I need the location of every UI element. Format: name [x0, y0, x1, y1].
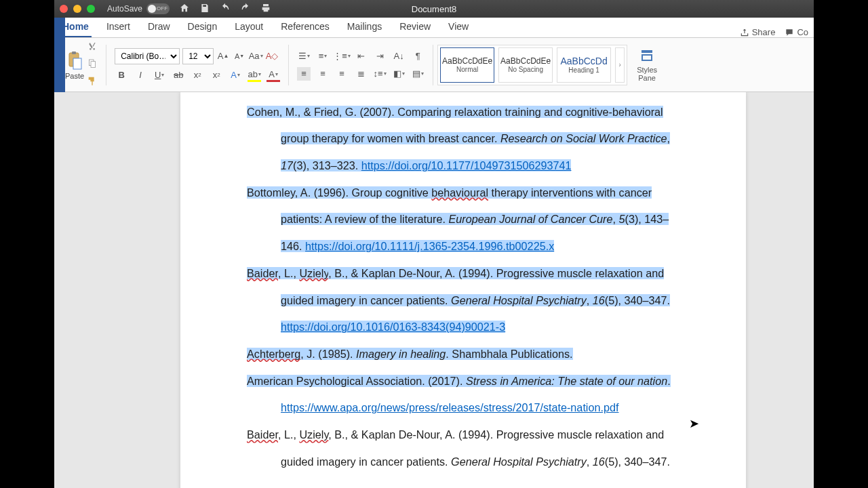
print-icon[interactable] — [260, 3, 271, 16]
autosave-switch[interactable]: OFF — [146, 3, 170, 14]
outdent-icon[interactable]: ⇤ — [354, 49, 368, 63]
reference-7: Baider, L., Uziely, B., & Kaplan De-Nour… — [247, 422, 681, 475]
svg-rect-1 — [72, 52, 76, 54]
autosave-toggle[interactable]: AutoSave OFF — [107, 3, 170, 14]
link-doi-3[interactable]: https://doi.org/10.1016/0163-8343(94)900… — [281, 321, 505, 333]
styles-gallery: AaBbCcDdEe Normal AaBbCcDdEe No Spacing … — [437, 45, 627, 85]
minimize-icon[interactable] — [73, 5, 81, 13]
align-right-icon[interactable]: ≡ — [335, 67, 349, 81]
style-heading1[interactable]: AaBbCcDd Heading 1 — [557, 47, 611, 83]
share-button[interactable]: Share — [740, 27, 776, 37]
superscript-icon[interactable]: x2 — [210, 68, 223, 82]
tab-layout[interactable]: Layout — [232, 17, 266, 37]
reference-1: YouTube. https://www.youtube.com/watch?v… — [247, 92, 681, 99]
numbering-icon[interactable]: ≡▾ — [316, 49, 330, 63]
styles-pane-button[interactable]: Styles Pane — [637, 48, 657, 82]
page: YouTube. https://www.youtube.com/watch?v… — [180, 92, 746, 488]
align-center-icon[interactable]: ≡ — [316, 67, 330, 81]
clear-format-icon[interactable]: A◇ — [265, 49, 279, 63]
comments-button[interactable]: Co — [785, 27, 808, 37]
titlebar: AutoSave OFF Document8 — [54, 0, 814, 18]
reference-4: Baider, L., Uziely, B., & Kaplan De-Nour… — [247, 260, 681, 341]
ribbon-tabs: Home Insert Draw Design Layout Reference… — [54, 18, 814, 38]
change-case-icon[interactable]: Aa▾ — [249, 49, 262, 63]
link-doi-1[interactable]: https://doi.org/10.1177/1049731506293741 — [361, 159, 572, 171]
format-painter-icon[interactable] — [87, 75, 98, 88]
shrink-font-icon[interactable]: A▼ — [233, 49, 246, 63]
reference-5: Achterberg, J. (1985). Imagery in healin… — [247, 341, 681, 368]
undo-icon[interactable] — [220, 3, 231, 16]
redo-icon[interactable] — [240, 3, 251, 16]
multilevel-icon[interactable]: ⋮≡▾ — [335, 49, 349, 63]
left-app-strip — [54, 18, 65, 92]
justify-icon[interactable]: ≣ — [354, 67, 368, 81]
cut-icon[interactable] — [87, 41, 98, 54]
word-window: AutoSave OFF Document8 Home Insert Draw … — [54, 0, 814, 488]
reference-6: American Psychological Association. (201… — [247, 368, 681, 422]
maximize-icon[interactable] — [87, 5, 95, 13]
tab-review[interactable]: Review — [397, 17, 433, 37]
strike-icon[interactable]: ab — [172, 68, 185, 82]
style-normal[interactable]: AaBbCcDdEe Normal — [440, 47, 494, 83]
tab-draw[interactable]: Draw — [145, 17, 173, 37]
shading-icon[interactable]: ◧▾ — [392, 67, 406, 81]
reference-2: Cohen, M., & Fried, G. (2007). Comparing… — [247, 99, 681, 180]
reference-3: Bottomley, A. (1996). Group cognitive be… — [247, 180, 681, 260]
align-left-icon[interactable]: ≡ — [297, 67, 311, 81]
tab-view[interactable]: View — [446, 17, 471, 37]
tab-design[interactable]: Design — [185, 17, 220, 37]
share-label: Share — [752, 27, 776, 37]
grow-font-icon[interactable]: A▲ — [216, 49, 230, 63]
highlight-icon[interactable]: ab▾ — [248, 68, 261, 82]
tab-references[interactable]: References — [278, 17, 332, 37]
borders-icon[interactable]: ▤▾ — [411, 67, 425, 81]
indent-icon[interactable]: ⇥ — [373, 49, 387, 63]
underline-icon[interactable]: U▾ — [153, 68, 166, 82]
pilcrow-icon[interactable]: ¶ — [411, 49, 425, 63]
styles-more-icon[interactable]: › — [615, 47, 625, 83]
font-color-icon[interactable]: A▾ — [267, 68, 280, 82]
tab-insert[interactable]: Insert — [104, 17, 133, 37]
document-area[interactable]: YouTube. https://www.youtube.com/watch?v… — [54, 92, 814, 488]
save-icon[interactable] — [199, 3, 210, 16]
close-icon[interactable] — [60, 5, 68, 13]
copy-icon[interactable] — [87, 58, 98, 71]
svg-rect-2 — [73, 58, 81, 69]
bold-icon[interactable]: B — [115, 68, 128, 82]
link-apa[interactable]: https://www.apa.org/news/press/releases/… — [281, 401, 618, 413]
home-icon[interactable] — [179, 3, 190, 16]
paste-label: Paste — [65, 72, 84, 80]
document-content[interactable]: YouTube. https://www.youtube.com/watch?v… — [247, 92, 681, 475]
font-size-select[interactable]: 12 — [182, 48, 214, 64]
link-doi-2[interactable]: https://doi.org/10.1111/j.1365-2354.1996… — [305, 240, 554, 252]
italic-icon[interactable]: I — [134, 68, 147, 82]
line-spacing-icon[interactable]: ↕≡▾ — [373, 67, 387, 81]
sort-icon[interactable]: A↓ — [392, 49, 406, 63]
paste-button[interactable]: Paste — [65, 50, 84, 80]
comments-label: Co — [797, 27, 808, 37]
bullets-icon[interactable]: ☰▾ — [297, 49, 311, 63]
text-effects-icon[interactable]: A▾ — [229, 68, 242, 82]
subscript-icon[interactable]: x2 — [191, 68, 204, 82]
style-no-spacing[interactable]: AaBbCcDdEe No Spacing — [498, 47, 553, 83]
ribbon: Paste Calibri (Bo… 12 A▲ A▼ Aa▾ A◇ — [54, 38, 814, 92]
tab-mailings[interactable]: Mailings — [344, 17, 384, 37]
font-family-select[interactable]: Calibri (Bo… — [115, 48, 180, 64]
autosave-label: AutoSave — [107, 4, 142, 14]
svg-rect-4 — [91, 62, 96, 68]
